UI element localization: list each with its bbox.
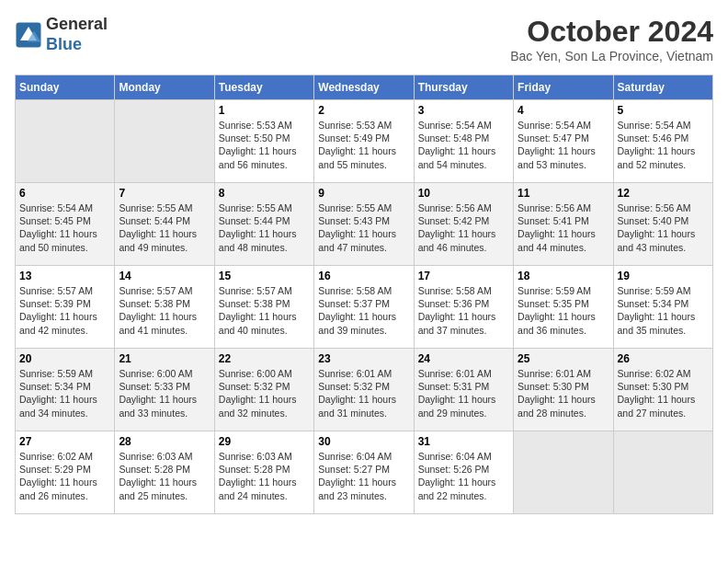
day-cell: 13Sunrise: 5:57 AM Sunset: 5:39 PM Dayli…: [16, 266, 115, 349]
page-header: General Blue October 2024 Bac Yen, Son L…: [15, 15, 713, 63]
day-cell: 30Sunrise: 6:04 AM Sunset: 5:27 PM Dayli…: [314, 431, 414, 514]
day-info: Sunrise: 5:54 AM Sunset: 5:48 PM Dayligh…: [418, 119, 509, 171]
day-info: Sunrise: 6:03 AM Sunset: 5:28 PM Dayligh…: [119, 450, 210, 502]
day-number: 30: [318, 435, 409, 448]
week-row-4: 20Sunrise: 5:59 AM Sunset: 5:34 PM Dayli…: [16, 349, 713, 431]
day-number: 18: [518, 270, 609, 282]
day-number: 13: [19, 270, 110, 282]
day-info: Sunrise: 6:00 AM Sunset: 5:32 PM Dayligh…: [219, 367, 310, 419]
day-number: 23: [318, 352, 409, 365]
day-cell: 9Sunrise: 5:55 AM Sunset: 5:43 PM Daylig…: [314, 183, 414, 266]
calendar-table: SundayMondayTuesdayWednesdayThursdayFrid…: [15, 75, 713, 514]
header-row: SundayMondayTuesdayWednesdayThursdayFrid…: [16, 75, 713, 100]
day-info: Sunrise: 6:04 AM Sunset: 5:27 PM Dayligh…: [318, 450, 409, 502]
day-info: Sunrise: 6:01 AM Sunset: 5:30 PM Dayligh…: [518, 367, 609, 419]
calendar-body: 1Sunrise: 5:53 AM Sunset: 5:50 PM Daylig…: [16, 100, 713, 514]
day-number: 8: [219, 187, 310, 200]
day-info: Sunrise: 6:03 AM Sunset: 5:28 PM Dayligh…: [219, 450, 310, 502]
day-info: Sunrise: 5:57 AM Sunset: 5:38 PM Dayligh…: [119, 284, 210, 337]
day-cell: 29Sunrise: 6:03 AM Sunset: 5:28 PM Dayli…: [214, 431, 313, 514]
day-number: 3: [418, 104, 509, 117]
day-number: 6: [19, 187, 110, 200]
day-info: Sunrise: 5:56 AM Sunset: 5:40 PM Dayligh…: [618, 201, 709, 254]
day-cell: 20Sunrise: 5:59 AM Sunset: 5:34 PM Dayli…: [16, 349, 115, 431]
day-cell: 1Sunrise: 5:53 AM Sunset: 5:50 PM Daylig…: [214, 100, 313, 183]
day-number: 21: [119, 352, 210, 365]
day-info: Sunrise: 5:56 AM Sunset: 5:41 PM Dayligh…: [518, 201, 609, 254]
location-title: Bac Yen, Son La Province, Vietnam: [510, 49, 713, 63]
day-number: 25: [518, 352, 609, 365]
day-info: Sunrise: 5:54 AM Sunset: 5:45 PM Dayligh…: [19, 201, 110, 254]
logo-text-blue: Blue: [46, 35, 82, 53]
day-info: Sunrise: 5:53 AM Sunset: 5:49 PM Dayligh…: [318, 119, 409, 171]
day-number: 29: [219, 435, 310, 448]
day-number: 20: [19, 352, 110, 365]
month-title: October 2024: [510, 15, 713, 49]
logo-text-general: General: [46, 15, 108, 33]
day-number: 15: [219, 270, 310, 282]
day-number: 11: [518, 187, 609, 200]
day-number: 1: [219, 104, 310, 117]
day-cell: [115, 100, 214, 183]
header-cell-monday: Monday: [115, 75, 214, 100]
day-info: Sunrise: 5:58 AM Sunset: 5:37 PM Dayligh…: [318, 284, 409, 337]
day-info: Sunrise: 5:57 AM Sunset: 5:38 PM Dayligh…: [219, 284, 310, 337]
calendar-header: SundayMondayTuesdayWednesdayThursdayFrid…: [16, 75, 713, 100]
day-cell: 4Sunrise: 5:54 AM Sunset: 5:47 PM Daylig…: [514, 100, 613, 183]
day-info: Sunrise: 6:02 AM Sunset: 5:30 PM Dayligh…: [618, 367, 709, 419]
day-number: 5: [618, 104, 709, 117]
header-cell-saturday: Saturday: [613, 75, 712, 100]
day-number: 4: [518, 104, 609, 117]
day-number: 19: [618, 270, 709, 282]
header-cell-sunday: Sunday: [16, 75, 115, 100]
day-number: 7: [119, 187, 210, 200]
week-row-2: 6Sunrise: 5:54 AM Sunset: 5:45 PM Daylig…: [16, 183, 713, 266]
day-number: 14: [119, 270, 210, 282]
day-cell: 12Sunrise: 5:56 AM Sunset: 5:40 PM Dayli…: [613, 183, 712, 266]
day-info: Sunrise: 6:02 AM Sunset: 5:29 PM Dayligh…: [19, 450, 110, 502]
header-cell-tuesday: Tuesday: [214, 75, 313, 100]
day-info: Sunrise: 5:59 AM Sunset: 5:34 PM Dayligh…: [19, 367, 110, 419]
day-number: 28: [119, 435, 210, 448]
day-cell: 10Sunrise: 5:56 AM Sunset: 5:42 PM Dayli…: [414, 183, 513, 266]
day-info: Sunrise: 5:54 AM Sunset: 5:46 PM Dayligh…: [618, 119, 709, 171]
day-cell: 24Sunrise: 6:01 AM Sunset: 5:31 PM Dayli…: [414, 349, 513, 431]
week-row-3: 13Sunrise: 5:57 AM Sunset: 5:39 PM Dayli…: [16, 266, 713, 349]
day-info: Sunrise: 5:59 AM Sunset: 5:35 PM Dayligh…: [518, 284, 609, 337]
logo: General Blue: [15, 15, 108, 54]
day-info: Sunrise: 6:04 AM Sunset: 5:26 PM Dayligh…: [418, 450, 509, 502]
day-info: Sunrise: 6:00 AM Sunset: 5:33 PM Dayligh…: [119, 367, 210, 419]
day-cell: 7Sunrise: 5:55 AM Sunset: 5:44 PM Daylig…: [115, 183, 214, 266]
title-area: October 2024 Bac Yen, Son La Province, V…: [510, 15, 713, 63]
day-number: 26: [618, 352, 709, 365]
day-info: Sunrise: 5:56 AM Sunset: 5:42 PM Dayligh…: [418, 201, 509, 254]
day-cell: 11Sunrise: 5:56 AM Sunset: 5:41 PM Dayli…: [514, 183, 613, 266]
day-cell: 27Sunrise: 6:02 AM Sunset: 5:29 PM Dayli…: [16, 431, 115, 514]
day-cell: 6Sunrise: 5:54 AM Sunset: 5:45 PM Daylig…: [16, 183, 115, 266]
day-cell: [613, 431, 712, 514]
day-cell: 18Sunrise: 5:59 AM Sunset: 5:35 PM Dayli…: [514, 266, 613, 349]
day-cell: 25Sunrise: 6:01 AM Sunset: 5:30 PM Dayli…: [514, 349, 613, 431]
day-info: Sunrise: 5:58 AM Sunset: 5:36 PM Dayligh…: [418, 284, 509, 337]
day-info: Sunrise: 5:55 AM Sunset: 5:44 PM Dayligh…: [219, 201, 310, 254]
header-cell-thursday: Thursday: [414, 75, 513, 100]
day-number: 17: [418, 270, 509, 282]
day-info: Sunrise: 5:55 AM Sunset: 5:44 PM Dayligh…: [119, 201, 210, 254]
day-number: 24: [418, 352, 509, 365]
day-info: Sunrise: 5:57 AM Sunset: 5:39 PM Dayligh…: [19, 284, 110, 337]
day-number: 31: [418, 435, 509, 448]
day-number: 2: [318, 104, 409, 117]
day-cell: 22Sunrise: 6:00 AM Sunset: 5:32 PM Dayli…: [214, 349, 313, 431]
day-cell: 31Sunrise: 6:04 AM Sunset: 5:26 PM Dayli…: [414, 431, 513, 514]
day-cell: 28Sunrise: 6:03 AM Sunset: 5:28 PM Dayli…: [115, 431, 214, 514]
day-cell: 15Sunrise: 5:57 AM Sunset: 5:38 PM Dayli…: [214, 266, 313, 349]
day-cell: 23Sunrise: 6:01 AM Sunset: 5:32 PM Dayli…: [314, 349, 414, 431]
day-number: 12: [618, 187, 709, 200]
day-cell: 17Sunrise: 5:58 AM Sunset: 5:36 PM Dayli…: [414, 266, 513, 349]
day-cell: 14Sunrise: 5:57 AM Sunset: 5:38 PM Dayli…: [115, 266, 214, 349]
day-cell: [514, 431, 613, 514]
day-number: 16: [318, 270, 409, 282]
logo-icon: [15, 21, 42, 49]
day-number: 10: [418, 187, 509, 200]
day-info: Sunrise: 5:55 AM Sunset: 5:43 PM Dayligh…: [318, 201, 409, 254]
